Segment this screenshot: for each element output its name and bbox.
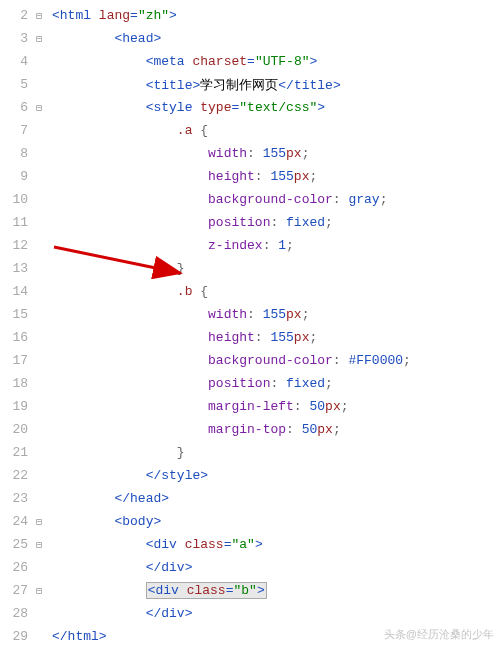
line-number: 7	[0, 123, 32, 138]
code-content[interactable]: <div class="a">	[46, 537, 263, 552]
code-content[interactable]: .b {	[46, 284, 208, 299]
line-number: 10	[0, 192, 32, 207]
code-line[interactable]: 21 }	[0, 441, 500, 464]
code-line[interactable]: 26 </div>	[0, 556, 500, 579]
code-line[interactable]: 5 <title>学习制作网页</title>	[0, 73, 500, 96]
code-line[interactable]: 28 </div>	[0, 602, 500, 625]
line-number: 12	[0, 238, 32, 253]
line-number: 25	[0, 537, 32, 552]
code-line[interactable]: 20 margin-top: 50px;	[0, 418, 500, 441]
fold-icon[interactable]: ⊟	[32, 539, 46, 551]
code-content[interactable]: }	[46, 445, 185, 460]
code-line[interactable]: 13 }	[0, 257, 500, 280]
code-line[interactable]: 3⊟ <head>	[0, 27, 500, 50]
code-line[interactable]: 10 background-color: gray;	[0, 188, 500, 211]
code-line[interactable]: 19 margin-left: 50px;	[0, 395, 500, 418]
code-content[interactable]: </html>	[46, 629, 107, 644]
line-number: 8	[0, 146, 32, 161]
line-number: 22	[0, 468, 32, 483]
code-line[interactable]: 17 background-color: #FF0000;	[0, 349, 500, 372]
code-line[interactable]: 24⊟ <body>	[0, 510, 500, 533]
line-number: 24	[0, 514, 32, 529]
line-number: 29	[0, 629, 32, 644]
line-number: 16	[0, 330, 32, 345]
line-number: 11	[0, 215, 32, 230]
code-content[interactable]: margin-top: 50px;	[46, 422, 341, 437]
code-content[interactable]: background-color: #FF0000;	[46, 353, 411, 368]
code-line[interactable]: 4 <meta charset="UTF-8">	[0, 50, 500, 73]
code-content[interactable]: .a {	[46, 123, 208, 138]
code-content[interactable]: z-index: 1;	[46, 238, 294, 253]
code-content[interactable]: </div>	[46, 606, 192, 621]
code-content[interactable]: <body>	[46, 514, 161, 529]
code-content[interactable]: <html lang="zh">	[46, 8, 177, 23]
code-content[interactable]: width: 155px;	[46, 146, 309, 161]
code-content[interactable]: <style type="text/css">	[46, 100, 325, 115]
code-line[interactable]: 16 height: 155px;	[0, 326, 500, 349]
code-content[interactable]: </head>	[46, 491, 169, 506]
code-line[interactable]: 15 width: 155px;	[0, 303, 500, 326]
fold-icon[interactable]: ⊟	[32, 102, 46, 114]
line-number: 17	[0, 353, 32, 368]
code-content[interactable]: height: 155px;	[46, 169, 317, 184]
code-content[interactable]: margin-left: 50px;	[46, 399, 349, 414]
line-number: 13	[0, 261, 32, 276]
code-content[interactable]: <meta charset="UTF-8">	[46, 54, 317, 69]
line-number: 2	[0, 8, 32, 23]
code-content[interactable]: </style>	[46, 468, 208, 483]
line-number: 15	[0, 307, 32, 322]
fold-icon[interactable]: ⊟	[32, 33, 46, 45]
line-number: 20	[0, 422, 32, 437]
code-line[interactable]: 8 width: 155px;	[0, 142, 500, 165]
code-content[interactable]: }	[46, 261, 185, 276]
line-number: 19	[0, 399, 32, 414]
line-number: 6	[0, 100, 32, 115]
code-editor[interactable]: 2⊟<html lang="zh">3⊟ <head>4 <meta chars…	[0, 0, 500, 648]
code-line[interactable]: 14 .b {	[0, 280, 500, 303]
line-number: 21	[0, 445, 32, 460]
code-content[interactable]: position: fixed;	[46, 215, 333, 230]
fold-icon[interactable]: ⊟	[32, 516, 46, 528]
code-content[interactable]: <title>学习制作网页</title>	[46, 76, 341, 94]
code-line[interactable]: 12 z-index: 1;	[0, 234, 500, 257]
line-number: 5	[0, 77, 32, 92]
line-number: 18	[0, 376, 32, 391]
code-line[interactable]: 18 position: fixed;	[0, 372, 500, 395]
line-number: 28	[0, 606, 32, 621]
line-number: 26	[0, 560, 32, 575]
line-number: 27	[0, 583, 32, 598]
code-content[interactable]: <div class="b">	[46, 583, 267, 598]
code-line[interactable]: 23 </head>	[0, 487, 500, 510]
line-number: 3	[0, 31, 32, 46]
code-line[interactable]: 22 </style>	[0, 464, 500, 487]
code-content[interactable]: </div>	[46, 560, 192, 575]
code-line[interactable]: 11 position: fixed;	[0, 211, 500, 234]
fold-icon[interactable]: ⊟	[32, 10, 46, 22]
line-number: 14	[0, 284, 32, 299]
watermark-text: 头条@经历沧桑的少年	[384, 627, 494, 642]
line-number: 4	[0, 54, 32, 69]
line-number: 9	[0, 169, 32, 184]
code-content[interactable]: height: 155px;	[46, 330, 317, 345]
code-content[interactable]: position: fixed;	[46, 376, 333, 391]
code-content[interactable]: <head>	[46, 31, 161, 46]
selection-highlight: <div class="b">	[146, 582, 267, 599]
fold-icon[interactable]: ⊟	[32, 585, 46, 597]
code-line[interactable]: 27⊟ <div class="b">	[0, 579, 500, 602]
line-number: 23	[0, 491, 32, 506]
code-content[interactable]: width: 155px;	[46, 307, 309, 322]
code-line[interactable]: 9 height: 155px;	[0, 165, 500, 188]
code-line[interactable]: 7 .a {	[0, 119, 500, 142]
code-line[interactable]: 6⊟ <style type="text/css">	[0, 96, 500, 119]
code-content[interactable]: background-color: gray;	[46, 192, 388, 207]
code-line[interactable]: 25⊟ <div class="a">	[0, 533, 500, 556]
code-line[interactable]: 2⊟<html lang="zh">	[0, 4, 500, 27]
